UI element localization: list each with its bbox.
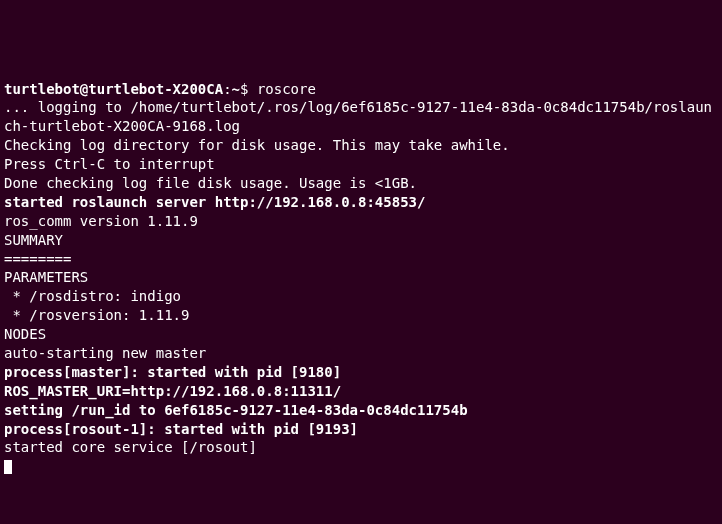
output-setting-runid: setting /run_id to 6ef6185c-9127-11e4-83…	[4, 401, 718, 420]
output-checking: Checking log directory for disk usage. T…	[4, 136, 718, 155]
prompt-suffix: $	[240, 81, 257, 97]
prompt-user-host: turtlebot@turtlebot-X200CA	[4, 81, 223, 97]
output-logging: ... logging to /home/turtlebot/.ros/log/…	[4, 98, 718, 136]
output-nodes: NODES	[4, 325, 718, 344]
output-interrupt: Press Ctrl-C to interrupt	[4, 155, 718, 174]
output-started-core: started core service [/rosout]	[4, 438, 718, 457]
prompt-path: ~	[232, 81, 240, 97]
output-parameters: PARAMETERS	[4, 268, 718, 287]
terminal-cursor	[4, 460, 12, 474]
terminal-output[interactable]: turtlebot@turtlebot-X200CA:~$ roscore...…	[4, 80, 718, 477]
output-summary: SUMMARY	[4, 231, 718, 250]
prompt-separator: :	[223, 81, 231, 97]
prompt-line: turtlebot@turtlebot-X200CA:~$ roscore	[4, 80, 718, 99]
output-param-rosversion: * /rosversion: 1.11.9	[4, 306, 718, 325]
output-process-rosout: process[rosout-1]: started with pid [919…	[4, 420, 718, 439]
command-text: roscore	[257, 81, 316, 97]
output-done-check: Done checking log file disk usage. Usage…	[4, 174, 718, 193]
output-param-rosdistro: * /rosdistro: indigo	[4, 287, 718, 306]
output-ros-master-uri: ROS_MASTER_URI=http://192.168.0.8:11311/	[4, 382, 718, 401]
output-started-server: started roslaunch server http://192.168.…	[4, 193, 718, 212]
output-ros-comm: ros_comm version 1.11.9	[4, 212, 718, 231]
output-auto-start: auto-starting new master	[4, 344, 718, 363]
output-process-master: process[master]: started with pid [9180]	[4, 363, 718, 382]
started-core-text: started core service [/rosout]	[4, 439, 257, 455]
output-divider: ========	[4, 250, 718, 269]
